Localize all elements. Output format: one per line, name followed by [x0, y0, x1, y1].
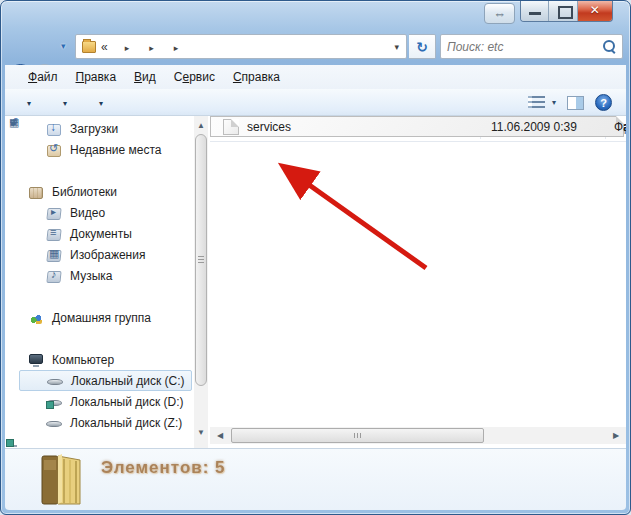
sidebar-item-icon [45, 268, 63, 284]
sidebar-item[interactable]: Компьютер [5, 349, 194, 370]
swap-arrows-button[interactable]: ⇔ [484, 3, 515, 24]
menu-item[interactable]: Справка [224, 67, 289, 87]
folder-icon [82, 41, 96, 53]
sidebar-item-icon [27, 184, 45, 200]
breadcrumb-item[interactable] [138, 38, 163, 56]
sidebar-item[interactable]: Библиотеки [5, 181, 194, 202]
sidebar-item[interactable]: Загрузки [5, 118, 194, 139]
file-date: 11.06.2009 0:39 [491, 120, 577, 134]
scrollbar-grip [198, 256, 204, 263]
sidebar-item-icon [27, 310, 45, 326]
sidebar-item-icon [27, 352, 45, 368]
scroll-down-icon[interactable]: ▼ [194, 425, 208, 440]
refresh-button[interactable]: ↻ [409, 34, 436, 59]
search-icon[interactable] [603, 40, 616, 53]
change-view-icon[interactable] [528, 96, 545, 109]
sidebar-item-label: Локальный диск (D:) [70, 395, 184, 409]
breadcrumb-item[interactable] [187, 45, 191, 49]
menu-item[interactable]: Сервис [165, 67, 224, 87]
help-icon[interactable]: ? [595, 94, 612, 111]
minimize-button[interactable] [521, 1, 549, 21]
menu-bar: ФайлПравкаВидСервисСправка [5, 65, 626, 89]
horizontal-scrollbar[interactable]: ◀ ▶ [210, 427, 626, 444]
close-button[interactable]: ✕ [578, 1, 612, 21]
sidebar-item-icon [45, 121, 63, 137]
search-input[interactable]: Поиск: etc [447, 40, 603, 54]
sidebar-item-label: Локальный диск (C:) [71, 374, 185, 388]
items-count-label: Элементов: 5 [101, 458, 226, 478]
file-list: ▲ Имя Дата изменения Ти hosts 17.12.2015… [210, 116, 626, 448]
sidebar-item-icon [45, 394, 63, 410]
sidebar-item[interactable]: Локальный диск (C:) [19, 370, 192, 391]
scroll-right-icon[interactable]: ▶ [608, 427, 624, 444]
sidebar-item-label: Компьютер [52, 353, 114, 367]
breadcrumb-overflow-chevron[interactable]: « [101, 40, 108, 54]
sidebar-item-icon [45, 415, 63, 431]
toolbar-button[interactable] [93, 95, 103, 109]
address-dropdown-icon[interactable]: ▾ [391, 42, 402, 52]
scroll-left-icon[interactable]: ◀ [212, 427, 228, 444]
sidebar-item-label: Видео [70, 206, 105, 220]
sidebar-item-label: Локальный диск (Z:) [70, 416, 182, 430]
sidebar-item[interactable]: Музыка [5, 265, 194, 286]
toolbar-button[interactable] [57, 95, 67, 109]
preview-pane-icon[interactable] [567, 96, 584, 110]
sidebar-item[interactable]: Документы [5, 223, 194, 244]
sidebar-item-icon [45, 247, 63, 263]
sidebar-item[interactable]: Домашняя группа [5, 307, 194, 328]
sidebar-item-label: Музыка [70, 269, 112, 283]
change-view-dropdown-icon[interactable]: ▾ [552, 98, 556, 107]
main-content: Загрузки Недавние места Библиотеки Видео… [5, 116, 626, 448]
sidebar-item-label: Библиотеки [52, 185, 117, 199]
sidebar-item[interactable]: Локальный диск (D:) [5, 391, 194, 412]
sidebar-item-icon [46, 373, 64, 389]
sidebar-item-label: Загрузки [70, 122, 118, 136]
navigation-pane: Загрузки Недавние места Библиотеки Видео… [5, 116, 194, 448]
sidebar-item-label: Недавние места [70, 143, 161, 157]
horizontal-scrollbar-thumb[interactable] [231, 428, 484, 443]
breadcrumb-item[interactable] [114, 38, 139, 56]
breadcrumb: « [101, 38, 391, 56]
sidebar-item[interactable]: Изображения [5, 244, 194, 265]
toolbar-right-group: ▾ ? [528, 89, 612, 116]
command-toolbar: ▾ ? [5, 89, 626, 116]
sidebar-scrollbar[interactable]: ▲ ▼ [194, 116, 208, 448]
file-type: Фа [614, 120, 626, 134]
maximize-button[interactable] [549, 1, 577, 21]
title-bar[interactable]: ⇔ ✕ [1, 1, 630, 31]
sidebar-item[interactable]: Недавние места [5, 139, 194, 160]
toolbar-button[interactable] [21, 95, 31, 109]
sidebar-item-label: Изображения [70, 248, 145, 262]
navigation-bar: ← → ▾ « ▾ ↻ Поиск: etc [5, 31, 626, 65]
file-icon [223, 119, 239, 135]
sidebar-item-label: Домашняя группа [52, 311, 151, 325]
recent-pages-dropdown-icon[interactable]: ▾ [61, 41, 66, 51]
menu-item[interactable]: Правка [67, 67, 126, 87]
scrollbar-grip [354, 433, 362, 438]
sidebar-scrollbar-thumb[interactable] [195, 134, 207, 386]
search-box[interactable]: Поиск: etc [440, 34, 623, 59]
sidebar-item-label: Документы [70, 227, 132, 241]
breadcrumb-item[interactable] [163, 38, 188, 56]
sidebar-item-icon [45, 142, 63, 158]
sidebar-item[interactable]: Видео [5, 202, 194, 223]
sidebar-item-icon [45, 226, 63, 242]
caption-buttons: ✕ [520, 1, 613, 22]
address-bar[interactable]: « ▾ [75, 34, 407, 59]
file-row[interactable]: services 11.06.2009 0:39 Фа [210, 116, 624, 137]
menu-item[interactable]: Файл [19, 67, 67, 87]
file-name: services [247, 120, 291, 134]
details-pane: Элементов: 5 [5, 448, 626, 510]
sidebar-item[interactable]: Локальный диск (Z:) [5, 412, 194, 433]
scroll-up-icon[interactable]: ▲ [194, 118, 208, 133]
sidebar-item-icon [45, 205, 63, 221]
explorer-window: ⇔ ✕ ← → ▾ « ▾ ↻ Поиск: etc ФайлПравкаВид… [0, 0, 631, 515]
folder-book-icon [38, 452, 84, 508]
menu-item[interactable]: Вид [125, 67, 165, 87]
